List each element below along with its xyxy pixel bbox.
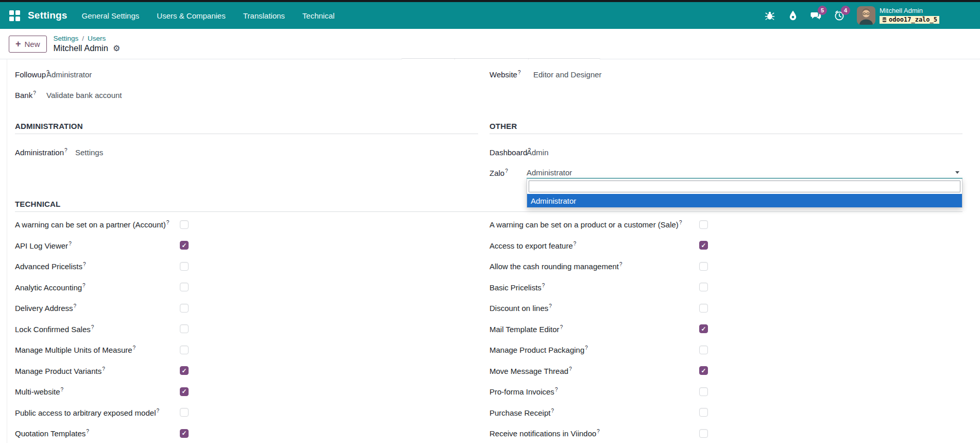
bank-value[interactable]: Validate bank account	[46, 91, 122, 100]
technical-setting-row: Mail Template Editor?	[489, 323, 962, 335]
setting-label: Access to export feature?	[489, 241, 576, 250]
odoo-user-form-screen: Settings General Settings Users & Compan…	[0, 0, 980, 443]
help-marker: ?	[33, 90, 36, 96]
field-label: Zalo?	[489, 168, 527, 177]
setting-label: Quotation Templates?	[15, 429, 89, 438]
technical-setting-row: Multi-website?	[15, 386, 489, 397]
checkbox-access-export-feature[interactable]	[699, 241, 708, 250]
checkbox-multi-website[interactable]	[180, 387, 189, 396]
checkbox-cash-rounding-management[interactable]	[699, 262, 708, 271]
zalo-field[interactable]: Administrator	[527, 167, 962, 179]
setting-label: A warning can be set on a product or a c…	[489, 220, 682, 229]
menu-technical[interactable]: Technical	[302, 11, 335, 20]
setting-label: Receive notifications in Viindoo?	[489, 429, 600, 438]
technical-setting-row: Manage Product Packaging?	[489, 344, 962, 355]
setting-label: Basic Pricelists?	[489, 283, 545, 292]
setting-label: Discount on lines?	[489, 303, 552, 313]
field-website: Website? Editor and Designer	[489, 69, 962, 80]
administration-value[interactable]: Settings	[75, 148, 103, 157]
checkbox-basic-pricelists[interactable]	[699, 283, 708, 291]
caret-down-icon[interactable]	[955, 171, 959, 174]
breadcrumb-settings[interactable]: Settings	[54, 35, 79, 42]
website-value[interactable]: Editor and Designer	[533, 70, 602, 79]
help-marker: ?	[505, 168, 508, 174]
checkbox-delivery-address[interactable]	[180, 304, 189, 313]
bug-icon[interactable]	[764, 10, 775, 21]
checkbox-manage-product-variants[interactable]	[180, 366, 189, 375]
dropdown-search-input[interactable]	[529, 181, 960, 192]
droplet-icon[interactable]	[787, 10, 799, 21]
checkbox-manage-product-packaging[interactable]	[699, 346, 708, 354]
checkbox-move-message-thread[interactable]	[699, 366, 708, 375]
checkbox-warning-product-customer-sale[interactable]	[699, 220, 708, 229]
technical-setting-row: Quotation Templates?	[15, 428, 489, 439]
activities-badge: 4	[841, 6, 850, 15]
setting-label: API Log Viewer?	[15, 241, 72, 250]
new-button[interactable]: + New	[9, 36, 47, 53]
technical-setting-row: Public access to arbitrary exposed model…	[15, 407, 489, 418]
preferences-right-group: Website? Editor and Designer	[489, 69, 962, 89]
administration-title: ADMINISTRATION	[15, 122, 478, 134]
help-marker: ?	[64, 147, 67, 153]
field-zalo: Zalo? Administrator	[489, 167, 962, 178]
user-menu[interactable]: Mitchell Admin odoo17_zalo_5	[857, 6, 939, 25]
zalo-value[interactable]: Administrator	[527, 168, 572, 177]
apps-menu-icon[interactable]	[9, 10, 20, 21]
technical-setting-row: Access to export feature?	[489, 240, 962, 251]
breadcrumb-users[interactable]: Users	[88, 35, 106, 42]
plus-icon: +	[15, 39, 21, 48]
technical-group: TECHNICAL A warning can be set on a part…	[15, 200, 962, 443]
checkbox-quotation-templates[interactable]	[180, 429, 189, 438]
checkbox-manage-multiple-uom[interactable]	[180, 346, 189, 354]
control-panel: + New Settings / Users Mitchell Admin ⚙ …	[0, 29, 980, 59]
activities-clock-icon[interactable]: 4	[834, 10, 845, 21]
technical-setting-row: Allow the cash rounding management?	[489, 260, 962, 272]
checkbox-lock-confirmed-sales[interactable]	[180, 324, 189, 333]
technical-setting-row: API Log Viewer?	[15, 240, 489, 251]
navbar-menus: General Settings Users & Companies Trans…	[82, 11, 335, 20]
database-badge: odoo17_zalo_5	[880, 16, 939, 24]
action-gear-icon[interactable]: ⚙	[113, 43, 120, 53]
administration-group: ADMINISTRATION Administration? Settings	[15, 122, 478, 167]
technical-setting-row: Receive notifications in Viindoo?	[489, 428, 962, 439]
database-icon	[882, 17, 887, 23]
setting-label: Public access to arbitrary exposed model…	[15, 408, 159, 417]
dropdown-search	[527, 179, 962, 194]
dashboard-value[interactable]: Admin	[527, 148, 549, 157]
menu-translations[interactable]: Translations	[243, 11, 285, 20]
field-label: Followup?	[15, 70, 46, 79]
messages-icon[interactable]: 5	[810, 10, 822, 21]
checkbox-advanced-pricelists[interactable]	[180, 262, 189, 271]
menu-general-settings[interactable]: General Settings	[82, 11, 140, 20]
checkbox-api-log-viewer[interactable]	[180, 241, 189, 250]
record-title: Mitchell Admin	[54, 43, 108, 53]
technical-setting-row: Move Message Thread?	[489, 365, 962, 376]
field-bank: Bank? Validate bank account	[15, 89, 478, 101]
systray: 5 4 Mitchell Admin odoo17_zalo_5	[764, 6, 939, 25]
setting-label: Pro-forma Invoices?	[489, 387, 557, 396]
checkbox-public-access-arbitrary-model[interactable]	[180, 408, 189, 417]
technical-setting-row: Discount on lines?	[489, 302, 962, 314]
field-label: Administration?	[15, 147, 75, 157]
checkbox-analytic-accounting[interactable]	[180, 283, 189, 291]
checkbox-proforma-invoices[interactable]	[699, 387, 708, 396]
menu-users-companies[interactable]: Users & Companies	[157, 11, 225, 20]
technical-left-column: A warning can be set on a partner (Accou…	[15, 219, 489, 443]
followup-value[interactable]: Administrator	[46, 70, 92, 79]
user-avatar	[857, 6, 875, 25]
technical-setting-row: Advanced Pricelists?	[15, 260, 489, 272]
checkbox-mail-template-editor[interactable]	[699, 324, 708, 333]
checkbox-discount-on-lines[interactable]	[699, 304, 708, 313]
messages-badge: 5	[818, 6, 827, 15]
user-meta: Mitchell Admin odoo17_zalo_5	[880, 7, 939, 23]
user-name: Mitchell Admin	[880, 7, 923, 14]
checkbox-receive-notifications-viindoo[interactable]	[699, 429, 708, 438]
dropdown-option-administrator[interactable]: Administrator	[527, 194, 962, 207]
checkbox-purchase-receipt[interactable]	[699, 408, 708, 417]
breadcrumb: Settings / Users Mitchell Admin ⚙	[54, 35, 121, 53]
setting-label: Lock Confirmed Sales?	[15, 324, 94, 334]
setting-label: A warning can be set on a partner (Accou…	[15, 220, 169, 229]
checkbox-warning-partner-account[interactable]	[180, 220, 189, 229]
database-name: odoo17_zalo_5	[889, 17, 937, 23]
preferences-left-group: Followup? Administrator Bank? Validate b…	[15, 69, 478, 110]
